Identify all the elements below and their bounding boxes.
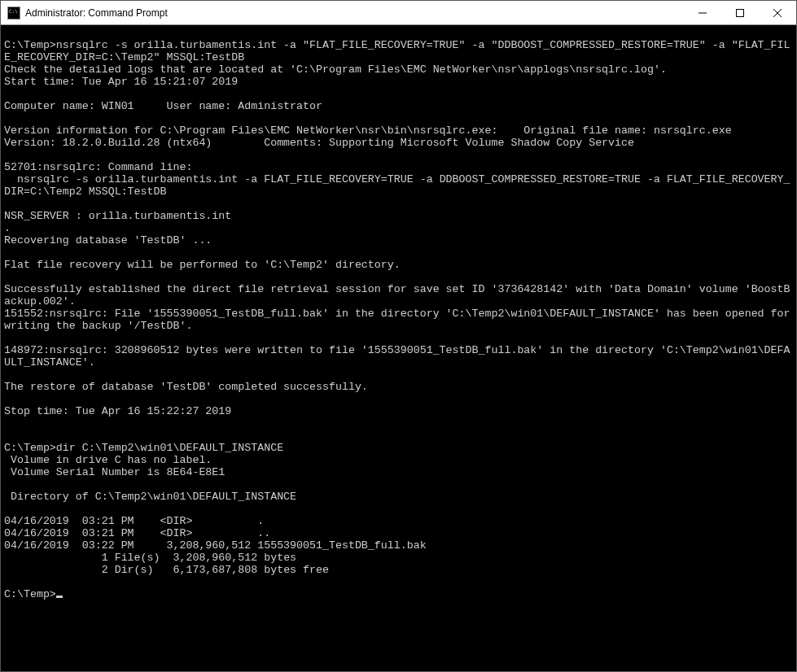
maximize-button[interactable] (721, 1, 759, 24)
cmd-icon: C:\ (7, 7, 20, 20)
command-prompt-window: C:\ Administrator: Command Prompt C:\Tem… (0, 0, 797, 672)
terminal-output[interactable]: C:\Temp>nsrsqlrc -s orilla.turbamentis.i… (1, 25, 796, 671)
svg-rect-4 (737, 9, 744, 16)
svg-text:C:\: C:\ (9, 8, 18, 14)
close-button[interactable] (759, 1, 796, 24)
minimize-button[interactable] (684, 1, 721, 24)
cursor (56, 596, 63, 598)
titlebar[interactable]: C:\ Administrator: Command Prompt (1, 1, 796, 25)
terminal-text: C:\Temp>nsrsqlrc -s orilla.turbamentis.i… (4, 39, 796, 600)
window-title: Administrator: Command Prompt (25, 7, 684, 19)
window-controls (684, 1, 796, 24)
